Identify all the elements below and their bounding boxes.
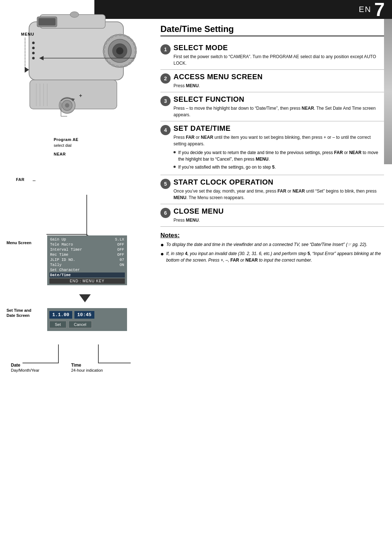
set-date-label: Date Screen (7, 313, 30, 318)
step-1-section: 1 Select Mode First set the power switch… (160, 41, 384, 70)
bullet-text-2: If you’re satisfied with the settings, g… (178, 164, 276, 170)
set-time-label: Set Time and (7, 308, 31, 312)
minus-label: – (33, 177, 36, 183)
step-3-section: 3 Select Function Press – to move the hi… (160, 92, 384, 121)
time-bottom-label: Time (71, 363, 81, 368)
bullet-1: If you decide you want to return the dat… (173, 149, 384, 162)
connector-vertical (86, 195, 87, 235)
arrow-menu (25, 67, 29, 73)
step-1-text: First set the power switch to “CAMERA”. … (173, 53, 384, 66)
svg-point-19 (32, 42, 35, 44)
cancel-button[interactable]: Cancel (69, 321, 92, 328)
step-5-text: Once you’ve set the day, month, year and… (173, 188, 384, 201)
menu-screen-label: Menu Screen (7, 241, 31, 245)
step-4-text: Press FAR or NEAR until the item you wan… (173, 134, 384, 147)
step-6-content: Close Menu Press MENU. (173, 207, 384, 223)
left-panel: + MENU Program AE select dial (0, 0, 152, 557)
date-display: 1.1.00 (49, 311, 72, 319)
select-dial-label: select dial (54, 143, 72, 148)
step-4-number: 4 (160, 125, 171, 135)
step-4-heading: Set Date/Time (173, 124, 384, 133)
date-bottom-label: Date (11, 363, 20, 368)
bullet-dot-2 (173, 166, 176, 168)
line-time-h (98, 363, 131, 363)
note-1: ● To display the date and time in the vi… (160, 241, 384, 248)
menu-diagram-label: MENU (21, 32, 34, 36)
step-4-section: 4 Set Date/Time Press FAR or NEAR until … (160, 121, 384, 175)
svg-text:+: + (79, 93, 82, 98)
step-6-section: 6 Close Menu Press MENU. (160, 204, 384, 227)
step-3-content: Select Function Press – to move the high… (173, 95, 384, 118)
svg-point-21 (32, 52, 35, 55)
menu-screen-box: Gain UpS.LX Tele MacroOFF Interval Timer… (47, 235, 127, 285)
step-2-content: Access Menu Screen Press MENU. (173, 73, 384, 89)
step-6-heading: Close Menu (173, 207, 384, 215)
step-4-content: Set Date/Time Press FAR or NEAR until th… (173, 124, 384, 172)
step-5-content: Start Clock Operation Once you’ve set th… (173, 178, 384, 201)
step-2-text: Press MENU. (173, 82, 384, 89)
step-3-text: Press – to move the highlight bar down t… (173, 105, 384, 118)
clock-display: 10:45 (74, 311, 94, 319)
set-time-date-box: 1.1.00 10:45 Set Cancel (47, 308, 127, 331)
note-text-2: If, in step 4, you input an invalid date… (166, 250, 384, 263)
note-dot-1: ● (160, 242, 164, 248)
step-6-number: 6 (160, 208, 171, 218)
line-date-h (23, 363, 59, 363)
step-2-section: 2 Access Menu Screen Press MENU. (160, 70, 384, 92)
step-1-content: Select Mode First set the power switch t… (173, 44, 384, 66)
svg-point-8 (70, 12, 79, 17)
end-menu-key-label: END : MENU KEY (49, 278, 125, 284)
step-3-heading: Select Function (173, 95, 384, 104)
step-5-heading: Start Clock Operation (173, 178, 384, 186)
dotted-line-menu (25, 38, 25, 69)
date-sub-label: Day/Month/Year (11, 368, 39, 372)
svg-point-20 (32, 47, 35, 49)
step-2-heading: Access Menu Screen (173, 73, 384, 81)
note-dot-2: ● (160, 251, 164, 257)
svg-rect-7 (38, 18, 56, 25)
svg-point-22 (32, 57, 35, 60)
en-label: EN (359, 5, 372, 14)
near-label: NEAR (54, 152, 66, 156)
step-6-text: Press MENU. (173, 217, 384, 223)
svg-point-5 (116, 47, 123, 55)
set-button[interactable]: Set (49, 321, 66, 328)
bullet-dot-1 (173, 151, 176, 153)
line-time (98, 344, 99, 363)
step-2-number: 2 (160, 73, 171, 84)
program-ae-label: Program AE (54, 137, 78, 142)
step-5-number: 5 (160, 179, 171, 189)
notes-title: Notes: (160, 232, 384, 239)
step-5-section: 5 Start Clock Operation Once you’ve set … (160, 175, 384, 204)
time-sub-label: 24-hour indication (71, 368, 103, 372)
far-label: FAR (16, 177, 25, 182)
bullet-text-1: If you decide you want to return the dat… (178, 149, 384, 162)
step-3-number: 3 (160, 96, 171, 106)
page-title: Date/Time Setting (160, 24, 384, 36)
bullet-2: If you’re satisfied with the settings, g… (173, 164, 384, 170)
note-2: ● If, in step 4, you input an invalid da… (160, 250, 384, 263)
step-1-heading: Select Mode (173, 44, 384, 52)
line-date (58, 344, 59, 363)
page-number: 7 (374, 0, 385, 19)
notes-section: Notes: ● To display the date and time in… (160, 232, 384, 263)
svg-point-17 (65, 103, 69, 108)
connector-horiz (46, 234, 87, 235)
arrow-down-large (79, 294, 91, 302)
right-panel: Date/Time Setting 1 Select Mode First se… (152, 19, 392, 271)
step-1-number: 1 (160, 44, 171, 55)
note-text-1: To display the date and time in the view… (166, 241, 368, 248)
step-4-bullets: If you decide you want to return the dat… (173, 149, 384, 170)
